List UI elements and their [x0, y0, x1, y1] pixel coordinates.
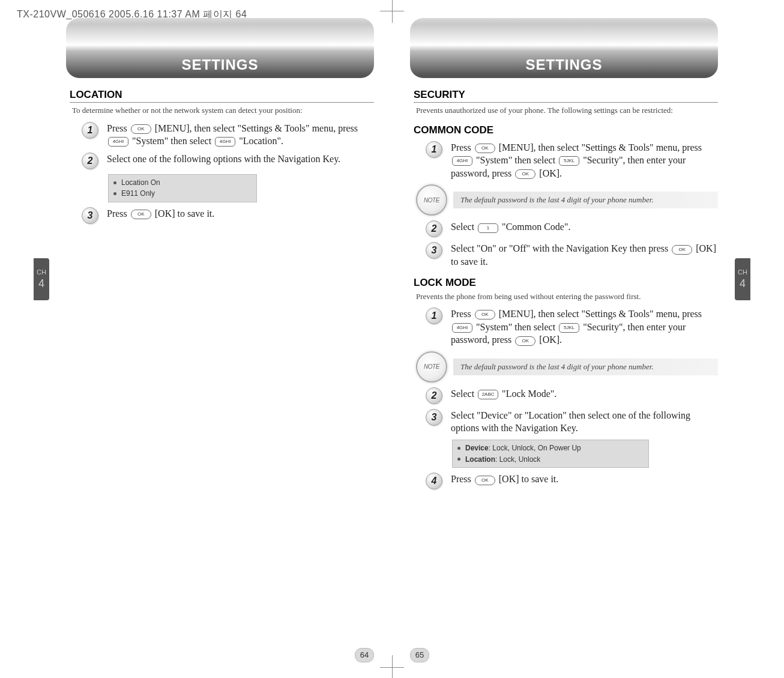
text: [OK] to save it. — [496, 474, 559, 484]
text: [MENU], then select "Settings & Tools" m… — [496, 142, 702, 153]
step-body: Press OK [MENU], then select "Settings &… — [451, 307, 718, 347]
chapter-label: CH — [735, 268, 750, 276]
note-icon: NOTE — [416, 351, 447, 383]
step-number-icon: 4 — [426, 473, 442, 489]
key-4-icon: 4GHI — [215, 137, 235, 147]
text: Press — [451, 474, 474, 484]
step-number-icon: 2 — [426, 387, 442, 404]
option-values: : Lock, Unlock, On Power Up — [489, 443, 581, 454]
page-number: 64 — [355, 648, 374, 662]
banner-title: SETTINGS — [66, 56, 374, 73]
text: "Lock Mode". — [499, 389, 556, 399]
ok-key-icon: OK — [131, 124, 151, 134]
step-number-icon: 2 — [426, 220, 442, 237]
step-number-icon: 3 — [82, 207, 98, 224]
key-5-icon: 5JKL — [559, 156, 579, 166]
key-4-icon: 4GHI — [452, 323, 472, 333]
step-body: Press OK [OK] to save it. — [107, 207, 374, 220]
step-body: Select one of the following options with… — [107, 153, 374, 166]
section-intro: Prevents unauthorized use of your phone.… — [416, 105, 718, 116]
option-label: Location — [465, 454, 495, 465]
step-3: 3 Select "Device" or "Location" then sel… — [426, 409, 718, 435]
step-3: 3 Select "On" or "Off" with the Navigati… — [426, 242, 718, 268]
bullet-icon — [113, 181, 116, 184]
text: Select "On" or "Off" with the Navigation… — [451, 243, 671, 253]
option-label: Device — [465, 443, 489, 454]
step-4: 4 Press OK [OK] to save it. — [426, 473, 718, 489]
step-2: 2 Select 1 "Common Code". — [426, 220, 718, 237]
chapter-tab-left: CH 4 — [34, 258, 49, 300]
option-values: : Lock, Unlock — [495, 454, 540, 465]
banner-title: SETTINGS — [410, 56, 718, 73]
chapter-label: CH — [34, 268, 49, 276]
text: "System" then select — [130, 136, 214, 146]
step-number-icon: 3 — [426, 409, 442, 426]
ok-key-icon: OK — [515, 169, 535, 179]
note-text: The default password is the last 4 digit… — [453, 192, 718, 208]
step-body: Press OK [OK] to save it. — [451, 473, 718, 486]
key-4-icon: 4GHI — [452, 156, 472, 166]
page-spread: SETTINGS LOCATION To determine whether o… — [48, 18, 736, 666]
bullet-icon — [113, 192, 116, 195]
text: Press — [451, 142, 474, 153]
step-1: 1 Press OK [MENU], then select "Settings… — [82, 122, 374, 148]
section-intro: To determine whether or not the network … — [72, 105, 374, 116]
note-block: NOTE The default password is the last 4 … — [416, 351, 718, 383]
step-number-icon: 3 — [426, 242, 442, 259]
page-banner: SETTINGS — [66, 18, 374, 78]
ok-key-icon: OK — [475, 476, 495, 485]
step-body: Press OK [MENU], then select "Settings &… — [107, 122, 374, 148]
step-body: Select "On" or "Off" with the Navigation… — [451, 242, 718, 268]
key-2-icon: 2ABC — [478, 390, 498, 399]
text: [MENU], then select "Settings & Tools" m… — [496, 309, 702, 319]
chapter-number: 4 — [735, 278, 750, 290]
text: [OK] to save it. — [152, 208, 215, 219]
chapter-tab-right: CH 4 — [735, 258, 750, 300]
ok-key-icon: OK — [475, 144, 495, 153]
step-3: 3 Press OK [OK] to save it. — [82, 207, 374, 224]
text: "Location". — [237, 136, 283, 146]
step-body: Select "Device" or "Location" then selec… — [451, 409, 718, 435]
text: "System" then select — [474, 322, 558, 332]
step-2: 2 Select one of the following options wi… — [82, 153, 374, 169]
step-1: 1 Press OK [MENU], then select "Settings… — [426, 307, 718, 347]
subsection-common-code: COMMON CODE — [414, 124, 718, 136]
bullet-icon — [457, 447, 460, 450]
step-number-icon: 2 — [82, 153, 98, 169]
subsection-lock-mode: LOCK MODE — [414, 277, 718, 289]
page-banner: SETTINGS — [410, 18, 718, 78]
page-right: SETTINGS SECURITY Prevents unauthorized … — [392, 18, 736, 666]
section-location: LOCATION — [70, 89, 374, 103]
step-number-icon: 1 — [82, 122, 98, 139]
text: Select — [451, 222, 477, 232]
page-number: 65 — [410, 648, 429, 662]
bullet-icon — [457, 458, 460, 461]
text: [OK]. — [537, 334, 562, 345]
option-box: Device : Lock, Unlock, On Power Up Locat… — [452, 440, 649, 468]
text: "Common Code". — [499, 222, 570, 232]
ok-key-icon: OK — [515, 336, 535, 346]
section-intro: Prevents the phone from being used witho… — [416, 291, 718, 302]
ok-key-icon: OK — [475, 310, 495, 319]
step-number-icon: 1 — [426, 307, 442, 324]
key-5-icon: 5JKL — [559, 323, 579, 333]
page-left: SETTINGS LOCATION To determine whether o… — [48, 18, 392, 666]
step-body: Select 1 "Common Code". — [451, 220, 718, 234]
ok-key-icon: OK — [672, 245, 692, 255]
key-4-icon: 4GHI — [108, 137, 128, 147]
text: Press — [451, 309, 474, 319]
step-1: 1 Press OK [MENU], then select "Settings… — [426, 141, 718, 180]
note-text: The default password is the last 4 digit… — [453, 359, 718, 375]
step-body: Select 2ABC "Lock Mode". — [451, 387, 718, 401]
text: "System" then select — [474, 155, 558, 165]
option: E911 Only — [121, 188, 155, 199]
text: Press — [107, 208, 130, 219]
option: Location On — [121, 177, 160, 189]
section-security: SECURITY — [414, 89, 718, 103]
note-block: NOTE The default password is the last 4 … — [416, 184, 718, 216]
note-icon: NOTE — [416, 184, 447, 216]
text: [OK]. — [537, 168, 562, 178]
step-body: Press OK [MENU], then select "Settings &… — [451, 141, 718, 180]
text: Select — [451, 389, 477, 399]
key-1-icon: 1 — [478, 223, 498, 233]
